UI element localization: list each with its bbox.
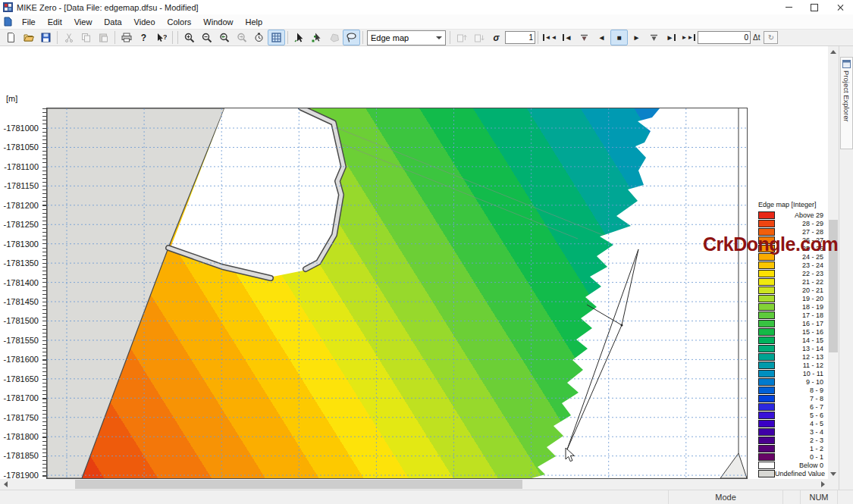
forward-to-marker-button[interactable]	[645, 30, 663, 45]
menu-item[interactable]: Video	[128, 16, 162, 28]
menu-item[interactable]: View	[68, 16, 99, 28]
menu-item[interactable]: Window	[197, 16, 239, 28]
toolbar-separator	[114, 31, 115, 44]
toolbar-separator	[57, 31, 58, 44]
legend-row-label: 22 - 23	[775, 270, 829, 277]
legend-color-swatch	[758, 403, 775, 411]
minimize-button[interactable]	[776, 0, 801, 14]
print-button[interactable]	[118, 30, 135, 45]
horizontal-scroll-track[interactable]	[11, 479, 817, 490]
paste-button[interactable]	[95, 30, 112, 45]
resize-grip[interactable]	[838, 490, 853, 504]
grid-toggle-button[interactable]	[268, 30, 285, 45]
recalc-button[interactable]: ↻	[764, 31, 778, 44]
scroll-up-icon	[830, 50, 836, 54]
scroll-up-button[interactable]	[828, 46, 839, 57]
legend-row-label: 18 - 19	[775, 303, 829, 311]
stop-button[interactable]: ■	[610, 30, 628, 45]
rewind-to-marker-button[interactable]	[575, 30, 593, 45]
y-tick-label: -1781450	[0, 296, 42, 307]
maximize-button[interactable]	[801, 0, 827, 14]
copy-button[interactable]	[77, 30, 95, 45]
scroll-left-button[interactable]	[0, 479, 11, 490]
toolbar-separator	[177, 31, 178, 44]
menu-item[interactable]: Colors	[162, 16, 198, 28]
timestep-input[interactable]	[698, 31, 751, 44]
about-button[interactable]: ?	[135, 30, 152, 45]
map-canvas[interactable]	[47, 108, 747, 478]
load-next-item-button[interactable]	[470, 30, 488, 45]
prev-timestep-button[interactable]: ◄	[558, 30, 575, 45]
legend-row: Undefined Value	[758, 469, 829, 477]
menu-item[interactable]: Data	[98, 16, 127, 28]
vertical-scrollbar[interactable]	[828, 46, 839, 479]
context-help-button[interactable]: ?	[152, 30, 170, 45]
legend-color-swatch	[758, 320, 775, 327]
y-tick-label: -1781700	[0, 393, 42, 403]
legend-row: 21 - 22	[758, 277, 829, 286]
play-backward-button[interactable]: ◄	[593, 30, 610, 45]
select-pointer-button[interactable]	[290, 30, 308, 45]
new-file-button[interactable]	[2, 30, 20, 45]
legend-color-swatch	[758, 261, 775, 269]
grid-icon	[271, 33, 281, 42]
legend-row-label: 11 - 12	[775, 362, 829, 369]
cut-button[interactable]	[60, 30, 77, 45]
legend-row: 9 - 10	[758, 377, 829, 386]
last-timestep-button[interactable]: ►►	[680, 30, 698, 45]
legend-row-label: Above 29	[775, 211, 829, 219]
legend-color-swatch	[758, 412, 775, 419]
save-button[interactable]	[37, 30, 55, 45]
minimize-icon	[786, 7, 792, 8]
marker-back-icon	[579, 33, 589, 42]
zoom-previous-button[interactable]	[215, 30, 233, 45]
legend-row: 17 - 18	[758, 311, 829, 319]
menu-item[interactable]: File	[16, 16, 42, 28]
sigma-icon: σ	[494, 33, 500, 43]
zoom-out-button[interactable]	[198, 30, 215, 45]
play-forward-button[interactable]: ►	[628, 30, 645, 45]
open-file-button[interactable]	[20, 30, 37, 45]
zoom-out-icon	[202, 33, 212, 43]
item-number-input[interactable]	[505, 31, 535, 44]
legend-row-label: 7 - 8	[775, 395, 829, 402]
load-prev-item-button[interactable]	[453, 30, 470, 45]
zoom-extent-button[interactable]	[250, 30, 268, 45]
y-tick-label: -1781500	[0, 315, 42, 326]
vertical-scroll-track[interactable]	[828, 57, 839, 468]
file-arrow-icon	[456, 33, 467, 42]
menu-item[interactable]: Help	[239, 16, 268, 28]
legend-row: 11 - 12	[758, 361, 829, 369]
project-explorer-strip: Project Explorer	[839, 46, 853, 490]
zoom-next-button[interactable]	[233, 30, 250, 45]
prev-timestep-icon	[563, 34, 564, 41]
select-nodes-button[interactable]	[308, 30, 325, 45]
first-timestep-button[interactable]: ◄◄	[541, 30, 558, 45]
scroll-left-icon	[4, 481, 8, 487]
title-bar: MIKE Zero - [Data File: edgemap.dfsu - M…	[0, 0, 853, 14]
project-explorer-tab[interactable]: Project Explorer	[840, 57, 853, 149]
view-mode-select[interactable]: Edge map	[367, 30, 446, 45]
scroll-right-button[interactable]	[817, 479, 828, 490]
legend-row: 5 - 6	[758, 411, 829, 419]
stop-icon: ■	[616, 34, 621, 42]
legend-color-swatch	[758, 420, 775, 427]
horizontal-scrollbar[interactable]	[0, 479, 828, 490]
legend-row: 20 - 21	[758, 286, 829, 294]
next-timestep-button[interactable]: ►	[663, 30, 680, 45]
y-axis-minor-ticks	[42, 108, 46, 478]
toolbar-separator	[172, 31, 173, 44]
zoom-in-button[interactable]	[180, 30, 198, 45]
select-polygon-button[interactable]	[325, 30, 343, 45]
horizontal-scroll-thumb[interactable]	[75, 480, 522, 489]
item-number-button[interactable]: σ	[488, 30, 505, 45]
close-button[interactable]	[827, 0, 853, 14]
select-lasso-button[interactable]	[343, 30, 360, 45]
legend-row-label: 3 - 4	[775, 428, 829, 436]
menu-item[interactable]: Edit	[42, 16, 68, 28]
y-tick-label: -1781050	[0, 142, 42, 152]
y-tick-label: -1781150	[0, 180, 42, 191]
legend-row-label: 8 - 9	[775, 387, 829, 394]
legend-row-label: 17 - 18	[775, 311, 829, 319]
edge-map-plot	[47, 108, 747, 478]
